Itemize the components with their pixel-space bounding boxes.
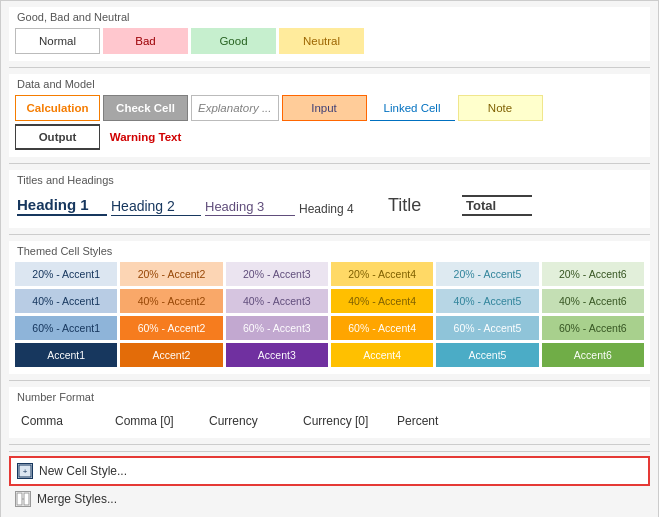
bottom-actions: + New Cell Style... Merge Styles... xyxy=(9,451,650,512)
comma0-cell[interactable]: Comma [0] xyxy=(111,412,201,430)
t40-a5-cell[interactable]: 40% - Accent5 xyxy=(436,289,538,313)
new-cell-style-button[interactable]: + New Cell Style... xyxy=(9,456,650,486)
themed-row-accent: Accent1 Accent2 Accent3 Accent4 Accent5 … xyxy=(15,343,644,367)
number-format-row: Comma Comma [0] Currency Currency [0] Pe… xyxy=(15,408,644,434)
new-cell-style-icon: + xyxy=(17,463,33,479)
svg-text:+: + xyxy=(23,467,28,476)
t40-a3-cell[interactable]: 40% - Accent3 xyxy=(226,289,328,313)
accent4-cell[interactable]: Accent4 xyxy=(331,343,433,367)
svg-rect-3 xyxy=(24,493,29,505)
t20-a5-cell[interactable]: 20% - Accent5 xyxy=(436,262,538,286)
currency-cell[interactable]: Currency xyxy=(205,412,295,430)
neutral-cell[interactable]: Neutral xyxy=(279,28,364,54)
data-model-title: Data and Model xyxy=(15,78,644,90)
warning-text-cell[interactable]: Warning Text xyxy=(103,124,188,150)
total-cell[interactable]: Total xyxy=(462,195,532,216)
merge-styles-label: Merge Styles... xyxy=(37,492,117,506)
t60-a2-cell[interactable]: 60% - Accent2 xyxy=(120,316,222,340)
t60-a4-cell[interactable]: 60% - Accent4 xyxy=(331,316,433,340)
good-bad-neutral-title: Good, Bad and Neutral xyxy=(15,11,644,23)
t60-a5-cell[interactable]: 60% - Accent5 xyxy=(436,316,538,340)
heading2-cell[interactable]: Heading 2 xyxy=(111,198,201,216)
data-model-row1: Calculation Check Cell Explanatory ... I… xyxy=(15,95,644,121)
accent2-cell[interactable]: Accent2 xyxy=(120,343,222,367)
t40-a6-cell[interactable]: 40% - Accent6 xyxy=(542,289,644,313)
good-bad-neutral-row: Normal Bad Good Neutral xyxy=(15,28,644,54)
accent5-cell[interactable]: Accent5 xyxy=(436,343,538,367)
calculation-cell[interactable]: Calculation xyxy=(15,95,100,121)
title-cell[interactable]: Title xyxy=(388,195,458,216)
good-cell[interactable]: Good xyxy=(191,28,276,54)
accent3-cell[interactable]: Accent3 xyxy=(226,343,328,367)
themed-row-20: 20% - Accent1 20% - Accent2 20% - Accent… xyxy=(15,262,644,286)
bad-cell[interactable]: Bad xyxy=(103,28,188,54)
merge-styles-icon xyxy=(15,491,31,507)
input-cell[interactable]: Input xyxy=(282,95,367,121)
t40-a1-cell[interactable]: 40% - Accent1 xyxy=(15,289,117,313)
t60-a1-cell[interactable]: 60% - Accent1 xyxy=(15,316,117,340)
accent1-cell[interactable]: Accent1 xyxy=(15,343,117,367)
accent6-cell[interactable]: Accent6 xyxy=(542,343,644,367)
themed-title: Themed Cell Styles xyxy=(15,245,644,257)
heading3-cell[interactable]: Heading 3 xyxy=(205,199,295,216)
percent-cell[interactable]: Percent xyxy=(393,412,483,430)
heading4-cell[interactable]: Heading 4 xyxy=(299,202,384,216)
output-cell[interactable]: Output xyxy=(15,124,100,150)
data-model-row2: Output Warning Text xyxy=(15,124,644,150)
t20-a3-cell[interactable]: 20% - Accent3 xyxy=(226,262,328,286)
t20-a4-cell[interactable]: 20% - Accent4 xyxy=(331,262,433,286)
comma-cell[interactable]: Comma xyxy=(17,412,107,430)
new-cell-style-label: New Cell Style... xyxy=(39,464,127,478)
titles-headings-title: Titles and Headings xyxy=(15,174,644,186)
themed-row-60: 60% - Accent1 60% - Accent2 60% - Accent… xyxy=(15,316,644,340)
headings-row: Heading 1 Heading 2 Heading 3 Heading 4 … xyxy=(15,191,644,220)
t20-a6-cell[interactable]: 20% - Accent6 xyxy=(542,262,644,286)
merge-styles-button[interactable]: Merge Styles... xyxy=(9,486,650,512)
t40-a4-cell[interactable]: 40% - Accent4 xyxy=(331,289,433,313)
normal-cell[interactable]: Normal xyxy=(15,28,100,54)
svg-rect-2 xyxy=(17,493,22,505)
t60-a3-cell[interactable]: 60% - Accent3 xyxy=(226,316,328,340)
explanatory-cell[interactable]: Explanatory ... xyxy=(191,95,279,121)
themed-row-40: 40% - Accent1 40% - Accent2 40% - Accent… xyxy=(15,289,644,313)
note-cell[interactable]: Note xyxy=(458,95,543,121)
currency0-cell[interactable]: Currency [0] xyxy=(299,412,389,430)
t40-a2-cell[interactable]: 40% - Accent2 xyxy=(120,289,222,313)
heading1-cell[interactable]: Heading 1 xyxy=(17,196,107,216)
check-cell-cell[interactable]: Check Cell xyxy=(103,95,188,121)
t20-a2-cell[interactable]: 20% - Accent2 xyxy=(120,262,222,286)
linked-cell-cell[interactable]: Linked Cell xyxy=(370,95,455,121)
t20-a1-cell[interactable]: 20% - Accent1 xyxy=(15,262,117,286)
t60-a6-cell[interactable]: 60% - Accent6 xyxy=(542,316,644,340)
number-format-title: Number Format xyxy=(15,391,644,403)
